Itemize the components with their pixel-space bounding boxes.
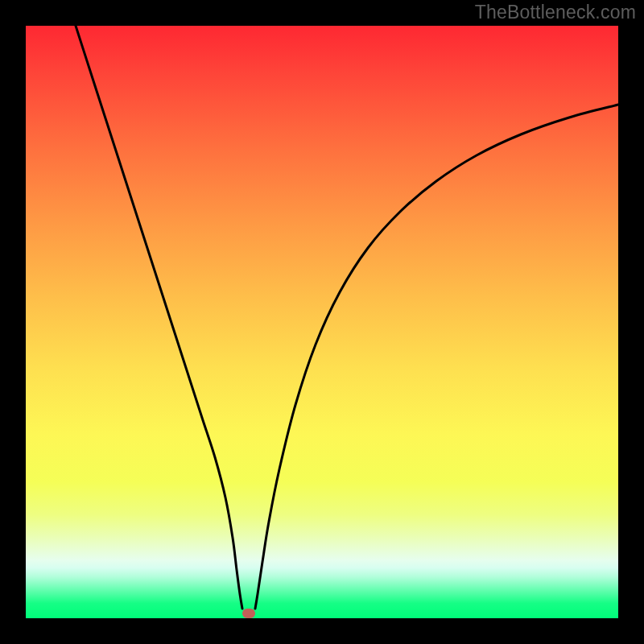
plot-area	[26, 26, 618, 618]
watermark-text: TheBottleneck.com	[475, 2, 636, 23]
chart-frame: TheBottleneck.com	[0, 0, 644, 644]
curve-left-branch	[76, 26, 242, 609]
optimum-marker	[242, 609, 255, 618]
bottleneck-curve	[26, 26, 618, 618]
curve-right-branch	[255, 105, 618, 609]
